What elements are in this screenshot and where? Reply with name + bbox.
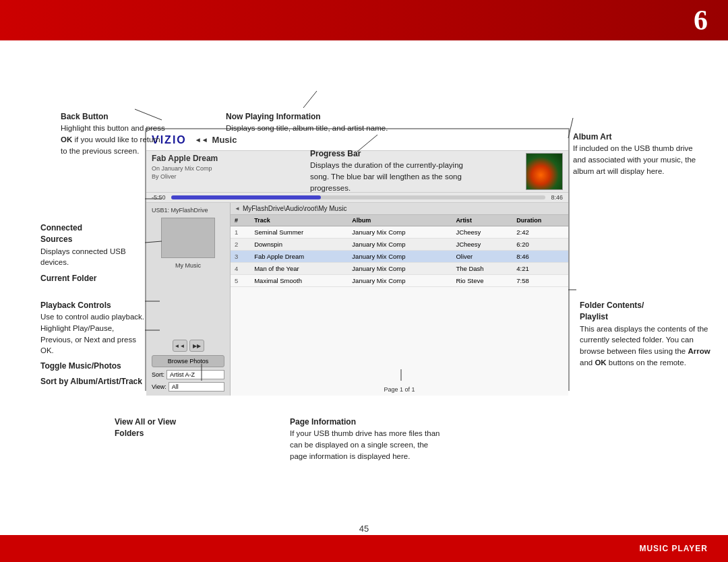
- track-duration: 6:20: [512, 239, 568, 251]
- progress-section: -5:50 8:46: [146, 193, 568, 203]
- track-name: Fab Apple Dream: [250, 251, 348, 263]
- sort-label: Sort:: [152, 371, 164, 378]
- track-name: Maximal Smooth: [250, 275, 348, 287]
- usb-label: USB1: MyFlashDrive: [149, 206, 227, 215]
- ann-back-button-title: Back Button: [61, 111, 165, 123]
- progress-track: [171, 195, 546, 199]
- ann-page-info: Page Information If your USB thumb drive…: [290, 416, 445, 462]
- folder-box: [161, 218, 215, 258]
- progress-fill: [171, 195, 321, 199]
- ann-folder-contents-title: Folder Contents/Playlist: [580, 300, 711, 323]
- spacer: [149, 269, 227, 338]
- track-artist: Oliver: [452, 251, 512, 263]
- tv-body: USB1: MyFlashDrive My Music ◄◄ ▶▶ Browse…: [146, 203, 568, 396]
- album-art: [526, 153, 563, 190]
- track-num: 5: [231, 275, 250, 287]
- ann-back-ok: OK: [61, 135, 72, 144]
- ann-album-art-text: If included on the USB thumb drive and a…: [573, 143, 708, 177]
- path-text: MyFlashDrive\Audio\root\My Music: [243, 205, 346, 212]
- page-chapter-number: 6: [694, 4, 708, 36]
- track-duration: 8:46: [512, 251, 568, 263]
- ann-progress-title: Progress Bar: [310, 148, 472, 160]
- col-artist: Artist: [452, 215, 512, 226]
- folder-label: My Music: [149, 262, 227, 269]
- ann-progress-text: Displays the duration of the currently-p…: [310, 160, 472, 193]
- ann-folder-contents: Folder Contents/Playlist This area displ…: [580, 300, 711, 368]
- time-elapsed: -5:50: [152, 194, 166, 201]
- ann-connected-sources-text: Displays connected USB devices.: [40, 246, 142, 268]
- track-album: January Mix Comp: [348, 263, 452, 275]
- ann-back-button: Back Button Highlight this button and pr…: [61, 111, 165, 156]
- ann-connected-sources-title: ConnectedSources: [40, 222, 142, 246]
- track-artist: JCheesy: [452, 239, 512, 251]
- track-num: 4: [231, 263, 250, 275]
- view-row: View: All: [152, 382, 224, 392]
- track-name: Downspin: [250, 239, 348, 251]
- ann-toggle-title: Toggle Music/Photos: [40, 361, 148, 372]
- col-album: Album: [348, 215, 452, 226]
- ann-folder-contents-text: This area displays the contents of the c…: [580, 323, 711, 369]
- table-row[interactable]: 5 Maximal Smooth January Mix Comp Rio St…: [231, 275, 568, 287]
- file-table: # Track Album Artist Duration 1 Seminal …: [231, 215, 568, 287]
- table-header-row: # Track Album Artist Duration: [231, 215, 568, 226]
- now-playing-info: Fab Apple Dream On January Mix Comp By O…: [152, 153, 218, 181]
- track-artist: JCheesy: [452, 226, 512, 239]
- ann-now-playing-title: Now Playing Information: [226, 111, 421, 123]
- tv-sidebar: USB1: MyFlashDrive My Music ◄◄ ▶▶ Browse…: [146, 203, 231, 396]
- ann-album-art: Album Art If included on the USB thumb d…: [573, 131, 708, 177]
- sort-input[interactable]: Artist A-Z: [166, 370, 224, 379]
- track-album: January Mix Comp: [348, 239, 452, 251]
- tv-content: ◄ MyFlashDrive\Audio\root\My Music # Tra…: [231, 203, 568, 396]
- track-name: Man of the Year: [250, 263, 348, 275]
- main-content: VIZIO ◄◄ Music Fab Apple Dream On Januar…: [0, 40, 728, 535]
- ann-ok-bold: OK: [595, 358, 606, 367]
- ann-current-folder-title: Current Folder: [40, 273, 142, 284]
- ann-page-info-text: If your USB thumb drive has more files t…: [290, 428, 445, 462]
- table-row[interactable]: 2 Downspin January Mix Comp JCheesy 6:20: [231, 239, 568, 251]
- ann-view-all: View All or ViewFolders: [115, 416, 222, 440]
- next-button[interactable]: ▶▶: [189, 340, 204, 352]
- by-artist-line: By Oliver: [152, 173, 218, 181]
- ann-now-playing: Now Playing Information Displays song ti…: [226, 111, 421, 134]
- table-row[interactable]: 1 Seminal Summer January Mix Comp JChees…: [231, 226, 568, 239]
- prev-button[interactable]: ◄◄: [173, 340, 187, 352]
- view-input[interactable]: All: [169, 382, 224, 392]
- table-row[interactable]: 3 Fab Apple Dream January Mix Comp Olive…: [231, 251, 568, 263]
- ann-album-art-title: Album Art: [573, 131, 708, 143]
- ann-view-all-title: View All or ViewFolders: [115, 416, 222, 440]
- track-album: January Mix Comp: [348, 226, 452, 239]
- track-artist: The Dash: [452, 263, 512, 275]
- ann-now-playing-text: Displays song title, album title, and ar…: [226, 123, 421, 134]
- track-duration: 7:58: [512, 275, 568, 287]
- ann-current-folder: Current Folder: [40, 273, 142, 284]
- track-num: 2: [231, 239, 250, 251]
- ann-progress-bar: Progress Bar Displays the duration of th…: [310, 148, 472, 193]
- col-num: #: [231, 215, 250, 226]
- track-artist: Rio Steve: [452, 275, 512, 287]
- ann-connected-sources: ConnectedSources Displays connected USB …: [40, 222, 142, 268]
- artist-now-playing: Oliver: [160, 173, 177, 180]
- path-bar: ◄ MyFlashDrive\Audio\root\My Music: [231, 203, 568, 215]
- by-label: By: [152, 173, 159, 180]
- album-art-image: [526, 154, 562, 189]
- table-row[interactable]: 4 Man of the Year January Mix Comp The D…: [231, 263, 568, 275]
- track-album: January Mix Comp: [348, 251, 452, 263]
- section-label: MUSIC PLAYER: [639, 544, 708, 553]
- time-total: 8:46: [551, 194, 563, 201]
- top-bar: 6: [0, 0, 728, 40]
- path-arrow-icon: ◄: [235, 206, 240, 212]
- page-info: Page 1 of 1: [231, 383, 568, 396]
- track-album: January Mix Comp: [348, 275, 452, 287]
- playback-controls-row: ◄◄ ▶▶: [149, 340, 227, 352]
- track-num: 1: [231, 226, 250, 239]
- back-button-icon[interactable]: ◄◄: [195, 136, 208, 144]
- on-label: On: [152, 165, 160, 172]
- ann-sort-title: Sort by Album/Artist/Track: [40, 376, 148, 387]
- browse-photos-button[interactable]: Browse Photos: [152, 355, 224, 367]
- ann-back-button-text: Highlight this button and press OK if yo…: [61, 123, 165, 156]
- sort-row: Sort: Artist A-Z: [152, 370, 224, 379]
- track-duration: 2:42: [512, 226, 568, 239]
- ann-playback-title: Playback Controls: [40, 300, 148, 311]
- ann-page-info-title: Page Information: [290, 416, 445, 428]
- on-album-line: On January Mix Comp: [152, 164, 218, 173]
